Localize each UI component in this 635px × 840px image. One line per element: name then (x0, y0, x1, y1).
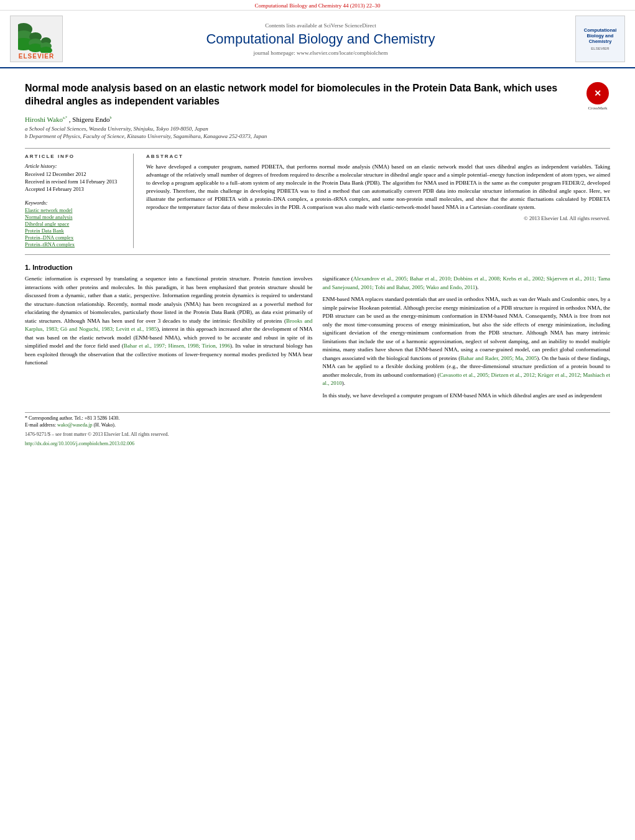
intro-right-para2: ENM-based NMA replaces standard potentia… (323, 295, 611, 388)
right-ref1-link[interactable]: Alexandrov et al., 2005; Bahar et al., 2… (323, 275, 611, 290)
author-wako-link[interactable]: Hiroshi Wakoa,* (25, 116, 69, 123)
issn-text: 1476-9271/$ – see front matter © 2013 El… (25, 432, 169, 437)
body-left-col: Genetic information is expressed by tran… (25, 275, 313, 404)
affiliation-a: a School of Social Sciences, Waseda Univ… (25, 126, 610, 132)
crossmark-icon[interactable]: ✕ (586, 82, 609, 104)
intro-left-text1: Genetic information is expressed by tran… (25, 275, 313, 324)
keyword-5[interactable]: Protein–DNA complex (25, 234, 126, 241)
keyword-1[interactable]: Elastic network model (25, 207, 126, 213)
section-divider (25, 254, 610, 255)
article-info-column: Article Info Article history: Received 1… (25, 154, 134, 248)
body-section: 1. Introduction Genetic information is e… (25, 264, 610, 404)
top-bar: Computational Biology and Chemistry 44 (… (0, 0, 635, 11)
history-label: Article history: (25, 163, 126, 170)
doi-link[interactable]: http://dx.doi.org/10.1016/j.compbiolchem… (25, 441, 134, 446)
article-info-header: Article Info (25, 154, 126, 159)
keywords-section: Keywords: Elastic network model Normal m… (25, 200, 126, 248)
author-wako-sup: a,* (63, 116, 67, 119)
body-two-col: Genetic information is expressed by tran… (25, 275, 610, 404)
right-text5: ). (342, 380, 345, 386)
abstract-text: We have developed a computer program, na… (146, 163, 610, 211)
right-ref2: Bahar and Rader, 2005; Ma, 2005 (460, 355, 537, 361)
affiliation-b: b Department of Physics, Faculty of Scie… (25, 133, 610, 139)
email-suffix: (H. Wako). (92, 422, 115, 428)
author-wako-name: Hiroshi Wako (25, 116, 63, 123)
copyright-line: © 2013 Elsevier Ltd. All rights reserved… (146, 215, 610, 221)
abstract-column: Abstract We have developed a computer pr… (146, 154, 610, 248)
sciverse-line: Contents lists available at SciVerse Sci… (72, 22, 569, 29)
right-journal-title: ComputationalBiology andChemistry (584, 27, 617, 44)
homepage-line: journal homepage: www.elsevier.com/locat… (72, 50, 569, 56)
intro-left-para: Genetic information is expressed by tran… (25, 275, 313, 367)
email-line: E-mail address: wako@waseda.jp (H. Wako)… (25, 422, 610, 428)
body-right-col: significance (Alexandrov et al., 2005; B… (323, 275, 611, 404)
right-text1: significance ( (323, 275, 353, 282)
article-info-abstract-section: Article Info Article history: Received 1… (25, 148, 610, 248)
elsevier-logo-container: ELSEVIER (10, 16, 66, 62)
intro-right-para3: In this study, we have developed a compu… (323, 392, 611, 400)
right-journal-logo: ComputationalBiology andChemistry ELSEVI… (575, 16, 625, 62)
received-date-1: Received 12 December 2012 (25, 171, 126, 178)
journal-center-section: Contents lists available at SciVerse Sci… (72, 22, 569, 56)
author-endo-link[interactable]: b (110, 116, 112, 123)
issn-line: 1476-9271/$ – see front matter © 2013 El… (25, 432, 610, 437)
right-ref2-link[interactable]: Bahar and Rader, 2005; Ma, 2005 (460, 355, 537, 361)
article-title: Normal mode analysis based on an elastic… (25, 82, 585, 108)
keywords-label: Keywords: (25, 200, 126, 207)
journal-title: Computational Biology and Chemistry (72, 31, 569, 47)
keyword-2[interactable]: Normal mode analysis (25, 214, 126, 220)
author-endo-sup: b (110, 116, 112, 119)
journal-header: ELSEVIER Contents lists available at Sci… (0, 11, 635, 68)
email-label: E-mail address: (25, 422, 57, 428)
right-journal-subtitle: ELSEVIER (591, 47, 609, 50)
authors-line: Hiroshi Wakoa,* , Shigeru Endob (25, 116, 610, 123)
elsevier-box: ELSEVIER (10, 16, 63, 62)
keyword-4[interactable]: Protein Data Bank (25, 228, 126, 234)
main-content: Normal mode analysis based on an elastic… (0, 68, 635, 454)
keyword-6[interactable]: Protein–tRNA complex (25, 241, 126, 247)
right-text2: ). (475, 284, 478, 290)
right-text6: In this study, we have developed a compu… (323, 392, 602, 399)
received-date-2: Received in revised form 14 February 201… (25, 178, 126, 186)
footer-section: * Corresponding author. Tel.: +81 3 5286… (25, 412, 610, 446)
right-ref1: Alexandrov et al., 2005; Bahar et al., 2… (323, 275, 611, 290)
accepted-date: Accepted 14 February 2013 (25, 186, 126, 193)
email-link[interactable]: wako@waseda.jp (57, 422, 92, 428)
elsevier-tree-icon (18, 22, 55, 53)
crossmark-label: CrossMark (585, 106, 610, 111)
right-text3: ENM-based NMA replaces standard potentia… (323, 296, 611, 361)
author-sep: , Shigeru Endo (69, 116, 110, 123)
elsevier-label: ELSEVIER (19, 53, 54, 60)
intro-heading: 1. Introduction (25, 264, 610, 271)
doi-line: http://dx.doi.org/10.1016/j.compbiolchem… (25, 441, 610, 446)
right-journal-box: ComputationalBiology andChemistry ELSEVI… (575, 16, 625, 62)
crossmark-section[interactable]: ✕ CrossMark (585, 82, 610, 111)
journal-citation: Computational Biology and Chemistry 44 (… (255, 2, 381, 9)
abstract-header: Abstract (146, 154, 610, 159)
intro-right-para1: significance (Alexandrov et al., 2005; B… (323, 275, 611, 292)
article-title-section: Normal mode analysis based on an elastic… (25, 82, 610, 111)
left-ref2-link[interactable]: Bahar et al., 1997; Hinsen, 1998; Tirion… (124, 343, 230, 349)
corresponding-note: * Corresponding author. Tel.: +81 3 5286… (25, 415, 610, 421)
keyword-3[interactable]: Dihedral angle space (25, 221, 126, 227)
left-ref2: Bahar et al., 1997; Hinsen, 1998; Tirion… (124, 343, 230, 349)
